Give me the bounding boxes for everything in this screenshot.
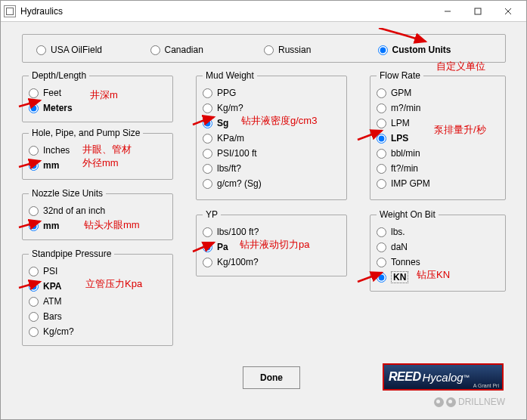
hole-mm[interactable]: mm [29,158,166,173]
mud-gcm[interactable]: g/cm? (Sg) [203,176,340,191]
mud-psi100[interactable]: PSI/100 ft [203,146,340,161]
standpipe-group: Standpipe Pressure PSI KPA ATM Bars Kg/c… [22,249,173,346]
wechat-icon [446,397,456,407]
mud-kgm[interactable]: Kg/m? [203,100,340,116]
minimize-button[interactable] [432,2,463,21]
mud-ppg[interactable]: PPG [203,85,340,100]
wechat-icon [434,397,444,407]
client-area: USA OilField Canadian Russian Custom Uni… [8,28,519,412]
nozzle-group: Nozzle Size Units 32nd of an inch mm [22,188,173,240]
locale-custom[interactable]: Custom Units [378,42,492,57]
depth-meters[interactable]: Meters [29,100,166,116]
stand-atm[interactable]: ATM [29,294,166,309]
close-icon [504,8,512,15]
mud-sg[interactable]: Sg [203,116,340,131]
hydraulics-window: Hydraulics USA OilField Canadian Russian… [0,0,527,420]
maximize-icon [474,8,482,15]
flow-lpm[interactable]: LPM [377,116,499,131]
yp-legend: YP [203,209,221,220]
locale-canadian[interactable]: Canadian [150,42,265,57]
watermark: DRILLNEW [434,397,505,407]
nozzle-legend: Nozzle Size Units [29,188,106,199]
depth-group: Depth/Length Feet Meters [22,70,173,122]
flow-impgpm[interactable]: IMP GPM [377,176,499,191]
mud-lbsft[interactable]: lbs/ft? [203,161,340,176]
done-button[interactable]: Done [243,366,300,389]
yp-group: YP lbs/100 ft? Pa Kg/100m? [196,209,347,276]
yp-pa[interactable]: Pa [203,239,340,255]
flow-legend: Flow Rate [377,70,423,81]
wob-lbs[interactable]: lbs. [377,224,499,239]
wob-group: Weight On Bit lbs. daN Tonnes KN [370,209,506,292]
wob-dan[interactable]: daN [377,239,499,255]
hole-inches[interactable]: Inches [29,143,166,158]
mud-group: Mud Weight PPG Kg/m? Sg KPa/m PSI/100 ft… [196,70,347,200]
nozzle-mm[interactable]: mm [29,218,166,233]
locale-group: USA OilField Canadian Russian Custom Uni… [22,34,506,63]
flow-m3min[interactable]: m?/min [377,100,499,116]
wob-kn[interactable]: KN [377,270,499,285]
standpipe-legend: Standpipe Pressure [29,249,114,259]
svg-rect-1 [475,8,481,14]
flow-lps[interactable]: LPS [377,131,499,146]
close-button[interactable] [493,2,523,21]
yp-lbs100[interactable]: lbs/100 ft? [203,224,340,239]
minimize-icon [444,8,451,15]
hole-legend: Hole, Pipe, and Pump Size [29,128,143,138]
mud-kpam[interactable]: KPa/m [203,131,340,146]
hole-group: Hole, Pipe, and Pump Size Inches mm [22,128,173,180]
maximize-button[interactable] [463,2,493,21]
locale-russian[interactable]: Russian [264,42,378,57]
locale-usa[interactable]: USA OilField [36,42,150,57]
nozzle-32nd[interactable]: 32nd of an inch [29,203,166,218]
depth-legend: Depth/Length [29,70,89,81]
mud-legend: Mud Weight [203,70,257,81]
wob-legend: Weight On Bit [377,209,439,220]
stand-kgcm[interactable]: Kg/cm? [29,324,166,339]
stand-bars[interactable]: Bars [29,309,166,324]
stand-kpa[interactable]: KPA [29,279,166,294]
stand-psi[interactable]: PSI [29,264,166,279]
flow-group: Flow Rate GPM m?/min LPM LPS bbl/min ft?… [370,70,506,200]
wob-tonnes[interactable]: Tonnes [377,255,499,270]
flow-gpm[interactable]: GPM [377,85,499,100]
app-icon [4,5,16,17]
window-title: Hydraulics [20,6,432,17]
yp-kg100m[interactable]: Kg/100m? [203,255,340,270]
reed-hycalog-logo: REED Hycalog™ A Grant Pri [383,363,504,391]
depth-feet[interactable]: Feet [29,85,166,100]
titlebar: Hydraulics [1,1,526,22]
flow-ftmin[interactable]: ft?/min [377,161,499,176]
flow-bblmin[interactable]: bbl/min [377,146,499,161]
